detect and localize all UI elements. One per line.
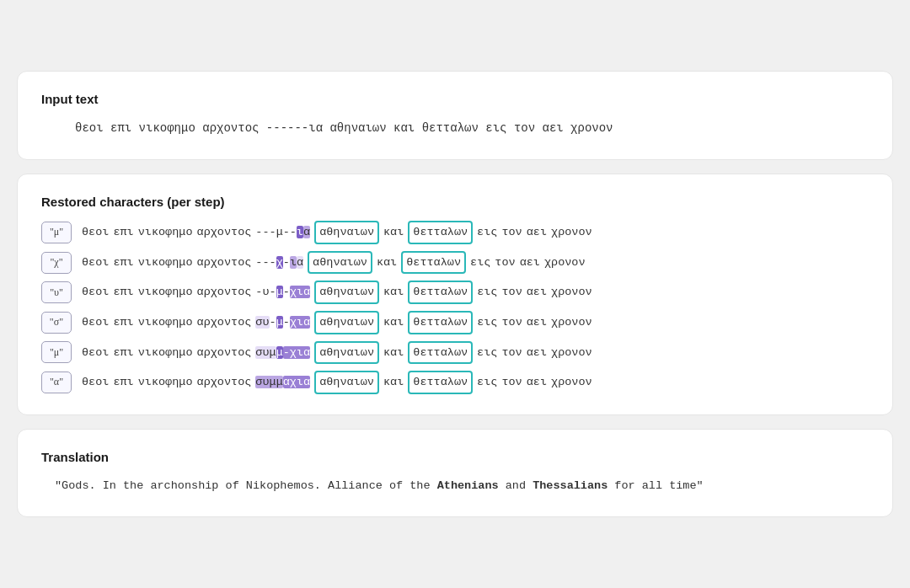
translation-bold1: Athenians [437,479,499,492]
char-badge: "μ" [41,341,72,363]
row-text: θεοι επι νικοφημο αρχοντος -υ-μ-χια αθην… [82,281,592,304]
translation-bold2: Thessalians [533,479,608,492]
translation-prefix: "Gods. In the archonship of Nikophemos. … [55,479,437,492]
restored-title: Restored characters (per step) [41,195,869,209]
row-text: θεοι επι νικοφημο αρχοντος ---μ--ια αθην… [82,221,592,244]
translation-mid: and [499,479,533,492]
table-row: "υ" θεοι επι νικοφημο αρχοντος -υ-μ-χια … [41,281,869,304]
row-text: θεοι επι νικοφημο αρχοντος συμμ-χια αθην… [82,341,592,365]
row-text: θεοι επι νικοφημο αρχοντος συμμαχια αθην… [82,371,592,394]
restored-rows-container: "μ" θεοι επι νικοφημο αρχοντος ---μ--ια … [41,221,869,394]
translation-suffix: for all time" [608,479,703,492]
table-row: "μ" θεοι επι νικοφημο αρχοντος ---μ--ια … [41,221,869,244]
table-row: "χ" θεοι επι νικοφημο αρχοντος ---χ-ια α… [41,251,869,275]
row-text: θεοι επι νικοφημο αρχοντος συ-μ-χια αθην… [82,311,592,334]
table-row: "α" θεοι επι νικοφημο αρχοντος συμμαχια … [41,371,869,394]
input-text: θεοι επι νικοφημο αρχοντος ------ια αθην… [41,118,869,139]
restored-card: Restored characters (per step) "μ" θεοι … [17,174,893,415]
input-title: Input text [41,92,869,106]
char-badge: "υ" [41,281,72,303]
row-text: θεοι επι νικοφημο αρχοντος ---χ-ια αθηνα… [82,251,586,275]
table-row: "σ" θεοι επι νικοφημο αρχοντος συ-μ-χια … [41,311,869,334]
char-badge: "μ" [41,222,72,243]
char-badge: "α" [41,372,72,393]
table-row: "μ" θεοι επι νικοφημο αρχοντος συμμ-χια … [41,341,869,365]
char-badge: "σ" [41,312,72,334]
translation-title: Translation [41,450,869,464]
char-badge: "χ" [41,252,72,274]
translation-card: Translation "Gods. In the archonship of … [17,429,893,517]
input-text-card: Input text θεοι επι νικοφημο αρχοντος --… [17,71,893,160]
translation-text: "Gods. In the archonship of Nikophemos. … [41,476,869,496]
